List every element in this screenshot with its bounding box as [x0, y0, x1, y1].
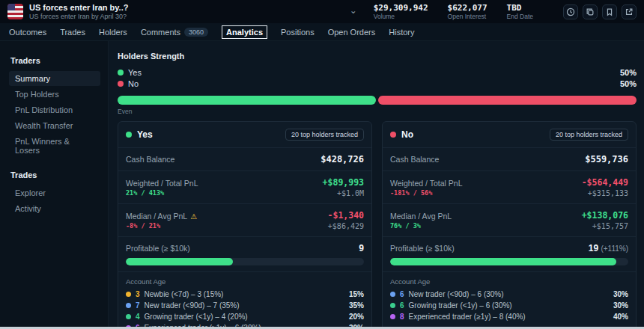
new-trader-dot-icon: [390, 292, 395, 297]
yes-card-header: Yes 20 top holders tracked: [118, 122, 371, 148]
tab-outcomes[interactable]: Outcomes: [9, 28, 46, 37]
median-pnl-sub: 76% / 3%: [390, 222, 452, 230]
tab-comments-label: Comments: [141, 28, 180, 37]
yes-dot-icon: [118, 70, 124, 76]
profitable-label: Profitable (≥ $10k): [126, 244, 190, 253]
yes-profitable-row: Profitable (≥ $10k) 9: [118, 237, 371, 272]
stat-open-interest: $622,077 Open Interest: [448, 3, 487, 20]
experienced-trader-dot-icon: [390, 314, 395, 319]
account-age-row: 8 Experienced trader (≥1y) – 8 (40%) 40%: [390, 313, 628, 321]
cash-balance-value: $428,726: [321, 154, 364, 164]
stat-end-date: TBD End Date: [507, 3, 533, 20]
tab-positions[interactable]: Positions: [281, 28, 315, 37]
sidebar-header-trades: Trades: [10, 170, 108, 179]
tab-open-orders[interactable]: Open Orders: [328, 28, 376, 37]
sidebar-header-traders: Traders: [10, 56, 108, 65]
account-age-row: 6 New trader (<90d) – 6 (30%) 30%: [390, 290, 628, 298]
account-age-row: 7 New trader (<90d) – 7 (35%) 35%: [126, 301, 364, 310]
yes-account-age-section: Account Age 3 Newbie (<7d) – 3 (15%) 15%…: [118, 272, 371, 329]
cash-balance-label: Cash Balance: [126, 155, 174, 164]
yes-card-dot-icon: [126, 132, 132, 138]
yes-card-title: Yes: [137, 129, 153, 140]
no-bar-segment: [378, 96, 637, 105]
legend-yes-label: Yes: [128, 68, 142, 77]
holders-strength-title: Holders Strength: [118, 52, 637, 61]
clock-icon[interactable]: [563, 4, 578, 19]
copy-icon[interactable]: [583, 4, 598, 19]
no-card-dot-icon: [390, 132, 396, 138]
analytics-main: Holders Strength Yes 50% No 50% Even Yes…: [109, 41, 644, 329]
yes-holders-tracked-badge: 20 top holders tracked: [285, 129, 364, 141]
sidebar-item-top-holders[interactable]: Top Holders: [9, 87, 100, 102]
median-pnl-value: +$138,076: [582, 210, 628, 221]
weighted-pnl-value2: +$1.0M: [337, 189, 364, 197]
market-title-block[interactable]: US forces enter Iran by..? US forces ent…: [29, 3, 128, 20]
tab-trades[interactable]: Trades: [60, 28, 85, 37]
weighted-pnl-value: +$89,993: [323, 177, 364, 188]
median-pnl-label: Median / Avg PnL: [390, 212, 452, 221]
legend-yes-pct: 50%: [620, 68, 637, 77]
yes-weighted-pnl-row: Weighted / Total PnL 21% / 413% +$89,993…: [118, 171, 371, 204]
no-median-pnl-row: Median / Avg PnL 76% / 3% +$138,076 +$15…: [383, 204, 636, 237]
profitable-progress-fill: [390, 258, 616, 265]
profitable-value: 9: [359, 243, 364, 253]
no-weighted-pnl-row: Weighted / Total PnL -181% / 56% -$564,4…: [383, 171, 636, 204]
median-pnl-value2: +$15,757: [592, 222, 628, 230]
comments-count-badge: 3060: [184, 28, 208, 37]
volume-label: Volume: [374, 13, 428, 20]
legend-yes: Yes 50%: [118, 68, 637, 77]
external-link-icon[interactable]: [622, 4, 637, 19]
tab-holders[interactable]: Holders: [99, 28, 127, 37]
no-account-age-section: Account Age 6 New trader (<90d) – 6 (30%…: [383, 272, 636, 329]
growing-trader-dot-icon: [126, 314, 131, 319]
tab-comments[interactable]: Comments 3060: [141, 28, 208, 37]
weighted-pnl-sub: 21% / 413%: [126, 189, 198, 197]
sidebar-item-explorer[interactable]: Explorer: [9, 185, 100, 200]
sidebar-item-pnl-distribution[interactable]: PnL Distribution: [9, 102, 100, 117]
no-dot-icon: [118, 81, 124, 87]
legend-no-pct: 50%: [620, 79, 637, 88]
sidebar-item-pnl-winners-losers[interactable]: PnL Winners & Losers: [9, 134, 100, 158]
profitable-progress-track: [390, 258, 628, 265]
sidebar-item-activity[interactable]: Activity: [9, 201, 100, 216]
holders-strength-caption: Even: [118, 108, 637, 115]
open-interest-value: $622,077: [448, 3, 487, 13]
yes-cash-balance-row: Cash Balance $428,726: [118, 148, 371, 171]
profitable-label: Profitable (≥ $10k): [390, 244, 455, 253]
sidebar-item-summary[interactable]: Summary: [9, 71, 100, 86]
no-holders-tracked-badge: 20 top holders tracked: [550, 129, 628, 141]
sidebar-item-wealth-transfer[interactable]: Wealth Transfer: [9, 118, 100, 133]
median-pnl-label: Median / Avg PnL⚠: [126, 212, 197, 221]
stat-volume: $29,309,942 Volume: [374, 3, 428, 20]
cash-balance-value: $559,736: [585, 154, 628, 164]
no-card-title: No: [401, 129, 413, 140]
no-card-header: No 20 top holders tracked: [383, 122, 636, 148]
topbar-actions: [563, 4, 637, 19]
legend-no-label: No: [128, 79, 139, 88]
chevron-down-icon[interactable]: ⌄: [350, 5, 357, 16]
tab-history[interactable]: History: [389, 28, 414, 37]
yes-bar-segment: [118, 96, 376, 105]
account-age-row: 6 Growing trader (<1y) – 6 (30%) 30%: [390, 301, 628, 310]
new-trader-dot-icon: [126, 303, 131, 308]
warning-icon: ⚠: [190, 212, 197, 221]
volume-value: $29,309,942: [374, 3, 428, 13]
analytics-sidebar: Traders Summary Top Holders PnL Distribu…: [0, 41, 109, 329]
yes-median-pnl-row: Median / Avg PnL⚠ -8% / 21% -$1,340 +$86…: [118, 204, 371, 237]
no-profitable-row: Profitable (≥ $10k) 19 (+111%): [383, 237, 636, 272]
end-date-value: TBD: [507, 3, 533, 13]
bookmark-icon[interactable]: [602, 4, 617, 19]
growing-trader-dot-icon: [390, 303, 395, 308]
profitable-progress-track: [126, 258, 364, 265]
weighted-pnl-value: -$564,449: [582, 177, 628, 188]
weighted-pnl-label: Weighted / Total PnL: [390, 179, 463, 188]
market-tab-bar: Outcomes Trades Holders Comments 3060 An…: [0, 23, 644, 41]
profitable-value: 19 (+111%): [589, 243, 628, 253]
newbie-dot-icon: [126, 292, 131, 297]
holders-strength-bar: [118, 96, 637, 105]
legend-no: No 50%: [118, 79, 637, 88]
cash-balance-label: Cash Balance: [390, 155, 439, 164]
weighted-pnl-label: Weighted / Total PnL: [126, 179, 198, 188]
median-pnl-value2: +$86,429: [328, 222, 364, 230]
tab-analytics[interactable]: Analytics: [222, 25, 267, 39]
